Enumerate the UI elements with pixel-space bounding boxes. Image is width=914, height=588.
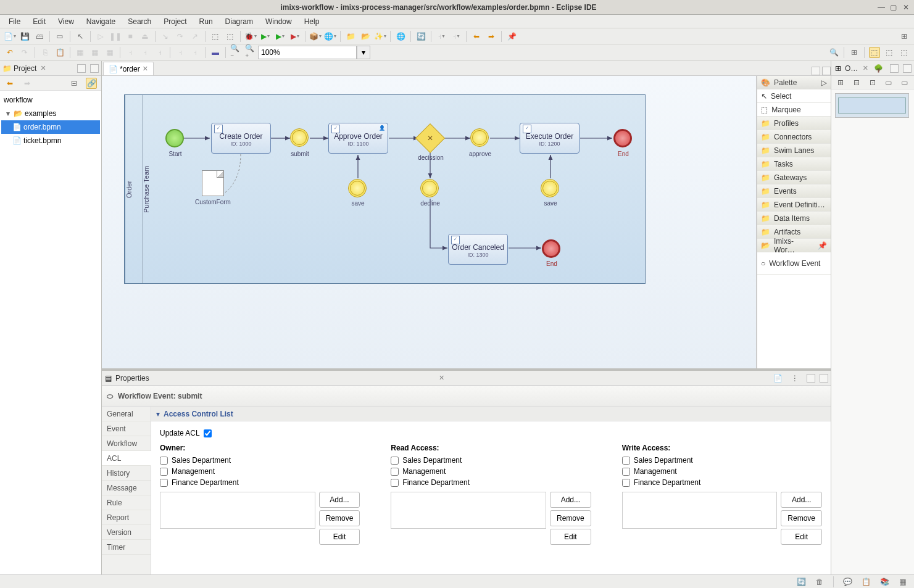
owner-add-button[interactable]: Add... [319, 492, 360, 508]
terminal-icon[interactable]: ▭ [54, 31, 65, 42]
nav-fwd-icon[interactable]: ➡ [22, 78, 33, 89]
project-close-icon[interactable]: ✕ [40, 64, 46, 72]
menu-run[interactable]: Run [193, 16, 219, 27]
debug-icon[interactable]: 🐞 [245, 31, 256, 42]
status-overview-icon[interactable]: 📋 [860, 576, 871, 587]
drop-frame-icon[interactable]: ⬚ [210, 31, 221, 42]
outline-min-icon[interactable] [890, 64, 899, 73]
paste-icon[interactable]: 📋 [54, 47, 65, 58]
event-approve[interactable] [470, 128, 489, 147]
read-opt-mgmt[interactable] [391, 468, 399, 476]
align-icon[interactable]: ⫞ [436, 31, 447, 42]
tree-file-ticket[interactable]: 📄 ticket.bpmn [1, 134, 100, 147]
collapse-icon[interactable]: ⊟ [69, 78, 80, 89]
editor-min-icon[interactable] [812, 67, 820, 75]
task-order-canceled[interactable]: Order Canceled ID: 1300 [448, 234, 508, 265]
tree-folder-examples[interactable]: ▾ 📂 examples [1, 107, 100, 120]
perspective-icon[interactable]: ⊞ [899, 31, 910, 42]
owner-edit-button[interactable]: Edit [319, 529, 360, 545]
menu-view[interactable]: View [52, 16, 80, 27]
undo-icon[interactable]: ↶ [4, 47, 15, 58]
pin-icon[interactable]: 📌 [818, 241, 827, 250]
end-event-1[interactable] [613, 129, 632, 147]
copy-icon[interactable]: ⎘ [39, 47, 51, 58]
status-grid-icon[interactable]: ▦ [897, 576, 908, 587]
outline-mode5-icon[interactable]: ▭ [900, 77, 910, 88]
owner-opt-sales[interactable] [160, 457, 168, 465]
folder-icon[interactable]: 📂 [360, 31, 371, 42]
props-min-icon[interactable] [807, 374, 815, 383]
palette-marquee[interactable]: ⬚Marquee [757, 103, 831, 117]
palette-profiles[interactable]: 📁Profiles [757, 117, 831, 130]
proptab-report[interactable]: Report [102, 510, 151, 525]
disconnect-icon[interactable]: ⏏ [139, 31, 151, 42]
read-opt-finance[interactable] [391, 479, 399, 487]
chevron-down-icon[interactable]: ▾ [5, 109, 11, 118]
write-remove-button[interactable]: Remove [781, 510, 822, 526]
redo-icon[interactable]: ↷ [19, 47, 30, 58]
read-add-button[interactable]: Add... [550, 492, 591, 508]
palette-imixs[interactable]: 📂Imixs-Wor…📌 [757, 239, 831, 252]
save-icon[interactable]: 💾 [19, 31, 30, 42]
task-execute-order[interactable]: Execute Order ID: 1200 [520, 123, 580, 154]
read-remove-button[interactable]: Remove [550, 510, 591, 526]
refresh-icon[interactable]: 🔄 [415, 31, 426, 42]
event-submit[interactable] [290, 128, 309, 147]
palette-swimlanes[interactable]: 📁Swim Lanes [757, 144, 831, 157]
outline-mode4-icon[interactable]: ▭ [884, 77, 894, 88]
zoom-input[interactable] [258, 46, 357, 59]
project-max-icon[interactable] [90, 64, 99, 73]
status-layers-icon[interactable]: 📚 [879, 576, 890, 587]
owner-opt-finance[interactable] [160, 479, 168, 487]
palette-tasks[interactable]: 📁Tasks [757, 157, 831, 171]
persp-open-icon[interactable]: ⊞ [849, 47, 860, 58]
write-opt-mgmt[interactable] [622, 468, 630, 476]
zoom-dropdown[interactable]: ▾ [357, 46, 370, 59]
properties-close-icon[interactable]: ✕ [439, 374, 444, 382]
external-icon[interactable]: ▶ [289, 31, 301, 42]
web-icon[interactable]: 🌐 [395, 31, 406, 42]
maximize-icon[interactable]: ▢ [889, 3, 898, 12]
new-icon[interactable]: 📄 [4, 31, 15, 42]
persp-git-icon[interactable]: ⬚ [884, 47, 895, 58]
bpmn-canvas[interactable]: Order Purchase Team [102, 76, 757, 368]
proptab-rule[interactable]: Rule [102, 495, 151, 510]
pause-icon[interactable]: ❚❚ [110, 31, 121, 42]
back-icon[interactable]: ⬅ [471, 31, 482, 42]
menu-diagram[interactable]: Diagram [219, 16, 259, 27]
event-save-3[interactable] [541, 179, 559, 197]
write-opt-sales[interactable] [622, 457, 630, 465]
menu-help[interactable]: Help [298, 16, 326, 27]
gateway-decision[interactable]: ✕ [420, 128, 441, 149]
menu-edit[interactable]: Edit [27, 16, 52, 27]
status-sync-icon[interactable]: 🔄 [796, 576, 807, 587]
step-return-icon[interactable]: ↗ [189, 31, 201, 42]
project-min-icon[interactable] [77, 64, 86, 73]
tab-close-icon[interactable]: ✕ [143, 65, 148, 73]
run-icon[interactable]: ▶ [260, 31, 271, 42]
cursor-icon[interactable]: ↖ [75, 31, 86, 42]
outline-mode2-icon[interactable]: ⊟ [852, 77, 862, 88]
zoom-in-icon[interactable]: 🔍⁺ [245, 47, 256, 58]
step-into-icon[interactable]: ↘ [160, 31, 171, 42]
dist-icon[interactable]: ⫞ [451, 31, 462, 42]
coverage-icon[interactable]: ▶ [275, 31, 286, 42]
front-icon[interactable]: ▦ [104, 47, 115, 58]
zoom-out-icon[interactable]: 🔍⁻ [230, 47, 241, 58]
update-acl-checkbox[interactable] [204, 429, 212, 437]
read-listbox[interactable] [391, 492, 546, 529]
size-icon[interactable]: ⫞ [154, 47, 165, 58]
read-opt-sales[interactable] [391, 457, 399, 465]
props-new-icon[interactable]: 📄 [772, 373, 783, 384]
palette-events[interactable]: 📁Events [757, 184, 831, 198]
search-icon[interactable]: 🔍 [828, 47, 839, 58]
menu-navigate[interactable]: Navigate [80, 16, 122, 27]
write-listbox[interactable] [622, 492, 778, 529]
palette-header[interactable]: 🎨 Palette ▷ [757, 76, 831, 89]
dist2-icon[interactable]: ⫞ [139, 47, 151, 58]
owner-remove-button[interactable]: Remove [319, 510, 360, 526]
editor-max-icon[interactable] [822, 67, 831, 75]
close-icon[interactable]: ✕ [902, 3, 910, 12]
persp-java-icon[interactable]: ⬚ [899, 47, 910, 58]
outline-tree-icon[interactable]: 🌳 [873, 63, 884, 74]
